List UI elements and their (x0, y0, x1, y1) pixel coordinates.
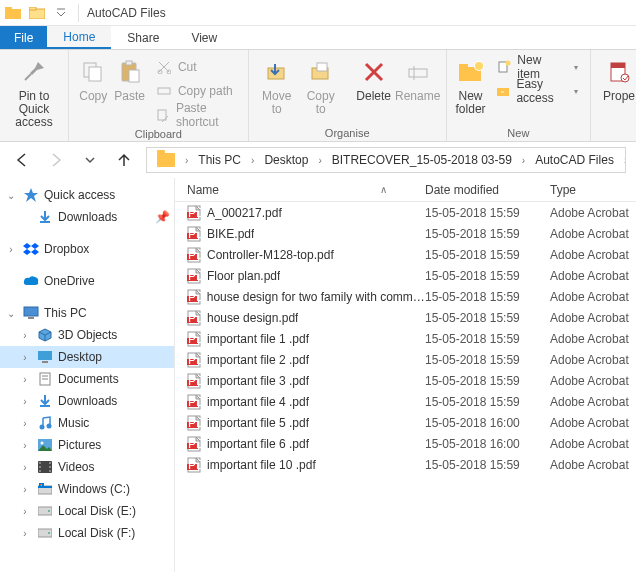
chevron-right-icon[interactable]: › (314, 155, 325, 166)
chevron-right-icon[interactable]: › (181, 155, 192, 166)
file-row[interactable]: PDFBIKE.pdf15-05-2018 15:59Adobe Acrobat (175, 223, 636, 244)
qat-dropdown-icon[interactable] (50, 2, 72, 24)
up-button[interactable] (112, 148, 136, 172)
file-row[interactable]: PDFhouse design for two family with comm… (175, 286, 636, 307)
expand-icon[interactable]: › (18, 396, 32, 407)
column-type[interactable]: Type (550, 183, 636, 197)
copy-to-button[interactable]: Copy to (299, 54, 343, 116)
pin-to-quick-access-button[interactable]: Pin to Quick access (6, 54, 62, 130)
tab-home[interactable]: Home (47, 26, 111, 49)
file-row[interactable]: PDFController-M128-top.pdf15-05-2018 15:… (175, 244, 636, 265)
tree-windows-c[interactable]: › Windows (C:) (0, 478, 174, 500)
file-row[interactable]: PDFimportant file 1 .pdf15-05-2018 15:59… (175, 328, 636, 349)
expand-icon[interactable]: › (18, 462, 32, 473)
navigation-tree[interactable]: ⌄ Quick access Downloads 📌 › Dropbox One… (0, 178, 175, 572)
file-row[interactable]: PDFimportant file 2 .pdf15-05-2018 15:59… (175, 349, 636, 370)
expand-icon[interactable]: › (18, 528, 32, 539)
copy-path-button[interactable]: Copy path (150, 80, 242, 102)
file-name: house design for two family with comma..… (207, 290, 425, 304)
file-name: Controller-M128-top.pdf (207, 248, 334, 262)
breadcrumb[interactable]: › This PC › Desktop › BITRECOVER_15-05-2… (146, 147, 626, 173)
delete-button[interactable]: Delete (352, 54, 396, 103)
file-row[interactable]: PDFimportant file 5 .pdf15-05-2018 16:00… (175, 412, 636, 433)
tree-downloads[interactable]: Downloads 📌 (0, 206, 174, 228)
new-folder-button[interactable]: New folder (453, 54, 489, 116)
collapse-icon[interactable]: ⌄ (4, 308, 18, 319)
expand-icon[interactable]: › (4, 244, 18, 255)
easy-access-button[interactable]: Easy access ▾ (490, 80, 584, 102)
tree-quick-access[interactable]: ⌄ Quick access (0, 184, 174, 206)
back-button[interactable] (10, 148, 34, 172)
breadcrumb-item[interactable]: This PC (192, 148, 247, 172)
tree-onedrive[interactable]: OneDrive (0, 270, 174, 292)
file-type: Adobe Acrobat (550, 374, 636, 388)
column-name[interactable]: Name ∧ (175, 183, 425, 197)
tree-3d-objects[interactable]: › 3D Objects (0, 324, 174, 346)
videos-icon (36, 461, 54, 473)
move-to-button[interactable]: Move to (255, 54, 299, 116)
chevron-down-icon: ▾ (574, 87, 578, 96)
recent-locations-button[interactable] (78, 148, 102, 172)
tree-this-pc[interactable]: ⌄ This PC (0, 302, 174, 324)
tree-documents[interactable]: › Documents (0, 368, 174, 390)
expand-icon[interactable]: › (18, 440, 32, 451)
expand-icon[interactable]: › (18, 506, 32, 517)
file-name: important file 4 .pdf (207, 395, 309, 409)
breadcrumb-item[interactable]: BITRECOVER_15-05-2018 03-59 (326, 148, 518, 172)
new-item-button[interactable]: New item ▾ (490, 56, 584, 78)
tree-local-f[interactable]: › Local Disk (F:) (0, 522, 174, 544)
file-name: important file 2 .pdf (207, 353, 309, 367)
pdf-icon: PDF (187, 394, 201, 410)
expand-icon[interactable]: › (18, 352, 32, 363)
file-row[interactable]: PDFimportant file 10 .pdf15-05-2018 15:5… (175, 454, 636, 475)
svg-rect-3 (29, 7, 36, 10)
file-row[interactable]: PDFhouse design.pdf15-05-2018 15:59Adobe… (175, 307, 636, 328)
tab-file[interactable]: File (0, 26, 47, 49)
breadcrumb-item[interactable]: AutoCAD Files (529, 148, 620, 172)
tree-dropbox[interactable]: › Dropbox (0, 238, 174, 260)
pin-icon (18, 58, 50, 86)
chevron-right-icon[interactable]: › (518, 155, 529, 166)
properties-button[interactable]: Prope (597, 54, 636, 103)
svg-rect-1 (5, 7, 12, 10)
expand-icon[interactable]: › (18, 374, 32, 385)
paste-shortcut-button[interactable]: Paste shortcut (150, 104, 242, 126)
cut-button[interactable]: Cut (150, 56, 242, 78)
tree-videos[interactable]: › Videos (0, 456, 174, 478)
chevron-right-icon[interactable]: › (247, 155, 258, 166)
svg-rect-0 (5, 9, 21, 19)
file-row[interactable]: PDFA_000217.pdf15-05-2018 15:59Adobe Acr… (175, 202, 636, 223)
tab-view[interactable]: View (175, 26, 233, 49)
tree-music[interactable]: › Music (0, 412, 174, 434)
file-row[interactable]: PDFFloor plan.pdf15-05-2018 15:59Adobe A… (175, 265, 636, 286)
breadcrumb-root-icon[interactable] (151, 148, 181, 172)
copy-button[interactable]: Copy (75, 54, 111, 103)
collapse-icon[interactable]: ⌄ (4, 190, 18, 201)
column-date[interactable]: Date modified (425, 183, 550, 197)
tree-downloads-pc[interactable]: › Downloads (0, 390, 174, 412)
paste-button[interactable]: Paste (111, 54, 147, 103)
tree-local-e[interactable]: › Local Disk (E:) (0, 500, 174, 522)
tab-share[interactable]: Share (111, 26, 175, 49)
pdf-icon: PDF (187, 268, 201, 284)
file-row[interactable]: PDFimportant file 4 .pdf15-05-2018 15:59… (175, 391, 636, 412)
file-row[interactable]: PDFimportant file 3 .pdf15-05-2018 15:59… (175, 370, 636, 391)
app-icon (2, 2, 24, 24)
paste-icon (114, 58, 146, 86)
file-date: 15-05-2018 15:59 (425, 374, 550, 388)
expand-icon[interactable]: › (18, 484, 32, 495)
chevron-right-icon[interactable]: › (620, 155, 626, 166)
rename-button[interactable]: Rename (396, 54, 440, 103)
tree-pictures[interactable]: › Pictures (0, 434, 174, 456)
pdf-icon: PDF (187, 436, 201, 452)
svg-text:PDF: PDF (188, 311, 201, 325)
file-type: Adobe Acrobat (550, 332, 636, 346)
breadcrumb-item[interactable]: Desktop (258, 148, 314, 172)
file-date: 15-05-2018 15:59 (425, 311, 550, 325)
file-row[interactable]: PDFimportant file 6 .pdf15-05-2018 16:00… (175, 433, 636, 454)
expand-icon[interactable]: › (18, 330, 32, 341)
svg-text:PDF: PDF (188, 227, 201, 241)
tree-desktop[interactable]: › Desktop (0, 346, 174, 368)
forward-button[interactable] (44, 148, 68, 172)
expand-icon[interactable]: › (18, 418, 32, 429)
